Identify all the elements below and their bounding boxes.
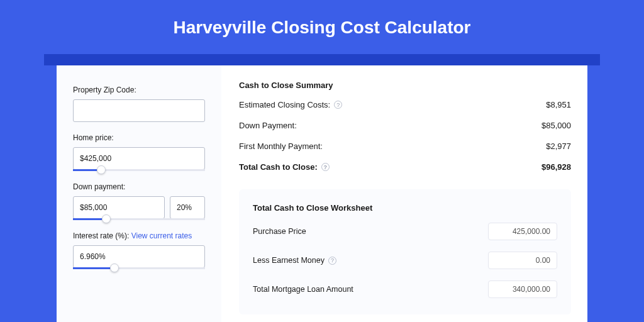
slider-track-fill xyxy=(73,169,97,171)
worksheet-value-box[interactable]: 0.00 xyxy=(488,252,557,269)
summary-heading: Cash to Close Summary xyxy=(239,80,571,90)
slider-track-fill xyxy=(73,218,102,220)
panel-shadow xyxy=(44,54,600,65)
home-price-input[interactable] xyxy=(73,147,205,170)
down-payment-field-group: Down payment: xyxy=(73,182,205,220)
interest-input[interactable] xyxy=(73,245,205,268)
calculator-panel: Property Zip Code: Home price: Down paym… xyxy=(57,65,587,322)
slider-track-fill xyxy=(73,267,110,269)
worksheet-label-text: Total Mortgage Loan Amount xyxy=(253,285,353,294)
help-icon[interactable]: ? xyxy=(334,101,342,109)
down-payment-label: Down payment: xyxy=(73,182,205,191)
help-icon[interactable]: ? xyxy=(321,163,330,171)
worksheet-card: Total Cash to Close Worksheet Purchase P… xyxy=(239,189,571,314)
zip-label: Property Zip Code: xyxy=(73,86,205,94)
worksheet-value-box[interactable]: 425,000.00 xyxy=(488,223,557,240)
summary-row-closing-costs: Estimated Closing Costs: ? $8,951 xyxy=(239,100,571,109)
slider-thumb[interactable] xyxy=(110,264,119,272)
zip-input[interactable] xyxy=(73,99,205,122)
down-payment-slider[interactable] xyxy=(73,218,205,220)
summary-row-monthly-payment: First Monthly Payment: $2,977 xyxy=(239,142,571,151)
summary-row-down-payment: Down Payment: $85,000 xyxy=(239,121,571,130)
home-price-slider[interactable] xyxy=(73,169,205,171)
worksheet-value-box[interactable]: 340,000.00 xyxy=(488,280,557,298)
zip-field-group: Property Zip Code: xyxy=(73,86,205,122)
interest-label: Interest rate (%): View current rates xyxy=(73,231,205,240)
inputs-column: Property Zip Code: Home price: Down paym… xyxy=(57,65,221,322)
down-payment-pct-input[interactable] xyxy=(170,196,205,219)
help-icon[interactable]: ? xyxy=(328,257,336,265)
summary-value: $85,000 xyxy=(541,121,571,130)
home-price-label: Home price: xyxy=(73,133,205,142)
summary-label-text: Total Cash to Close: xyxy=(239,162,318,172)
worksheet-row-mortgage-loan: Total Mortgage Loan Amount 340,000.00 xyxy=(253,280,557,298)
page-title: Harveyville Closing Cost Calculator xyxy=(0,0,644,54)
summary-label-text: Down Payment: xyxy=(239,121,297,130)
interest-slider[interactable] xyxy=(73,267,205,269)
summary-label-text: First Monthly Payment: xyxy=(239,142,323,151)
down-payment-input[interactable] xyxy=(73,196,165,219)
summary-value: $96,928 xyxy=(541,162,571,172)
worksheet-row-earnest-money: Less Earnest Money ? 0.00 xyxy=(253,252,557,269)
worksheet-row-purchase-price: Purchase Price 425,000.00 xyxy=(253,223,557,240)
results-column: Cash to Close Summary Estimated Closing … xyxy=(221,65,587,322)
section-divider xyxy=(239,183,571,187)
view-rates-link[interactable]: View current rates xyxy=(131,231,192,240)
summary-label-text: Estimated Closing Costs: xyxy=(239,100,330,109)
slider-thumb[interactable] xyxy=(97,165,106,174)
worksheet-label-text: Less Earnest Money xyxy=(253,256,325,265)
worksheet-label-text: Purchase Price xyxy=(253,227,306,236)
worksheet-heading: Total Cash to Close Worksheet xyxy=(253,203,557,213)
slider-thumb[interactable] xyxy=(102,214,111,223)
summary-value: $8,951 xyxy=(546,100,571,109)
home-price-field-group: Home price: xyxy=(73,133,205,171)
interest-field-group: Interest rate (%): View current rates xyxy=(73,231,205,269)
interest-label-text: Interest rate (%): xyxy=(73,231,131,240)
summary-value: $2,977 xyxy=(546,142,571,151)
summary-row-total: Total Cash to Close: ? $96,928 xyxy=(239,162,571,172)
